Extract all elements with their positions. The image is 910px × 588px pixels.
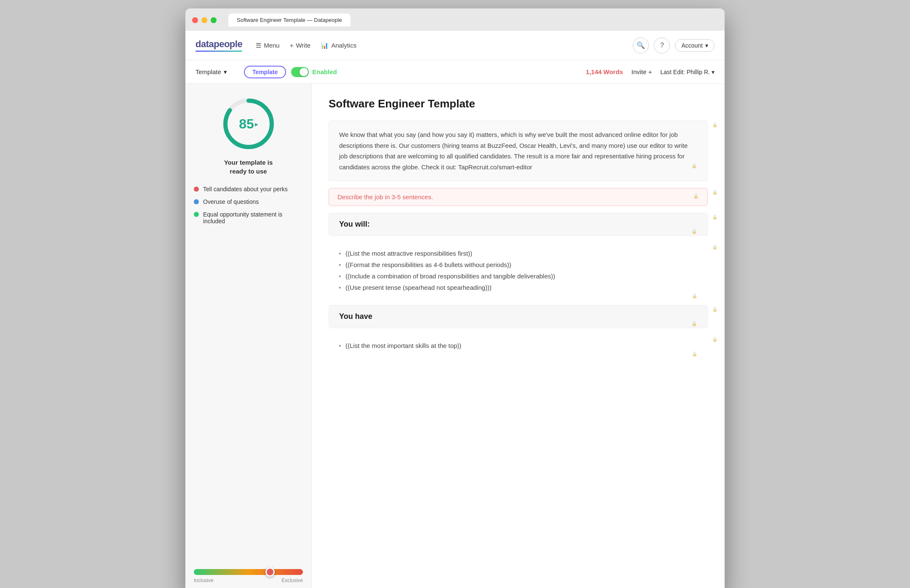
doc-title: Software Engineer Template	[329, 97, 708, 110]
logo: datapeople	[195, 39, 242, 52]
last-edit-label: Last Edit: Phillip R.	[661, 69, 710, 75]
you-have-header: You have 🔒	[329, 305, 708, 328]
checklist-text-perks: Tell candidates about your perks	[203, 186, 288, 192]
browser-chrome: Software Engineer Template — Datapeople	[185, 8, 725, 31]
app-container: datapeople ☰ Menu + Write 📊 Analytics	[185, 31, 725, 588]
ie-bar-track	[194, 569, 303, 575]
score-container: 85 ▸	[221, 96, 276, 151]
lock-icon-3: 🔒	[691, 229, 697, 234]
template-button[interactable]: Template	[244, 66, 286, 78]
help-icon: ?	[660, 42, 664, 49]
nav-write[interactable]: + Write	[290, 42, 311, 49]
content-block-placeholder: Describe the job in 3-5 sentences. 🔒	[329, 188, 708, 206]
minimize-button[interactable]	[201, 17, 207, 23]
section-header-you-will: You will: 🔒	[329, 213, 708, 236]
browser-controls: Software Engineer Template — Datapeople	[192, 13, 718, 27]
inclusive-label: Inclusive	[194, 577, 214, 583]
template-toggle-group: Template Enabled	[244, 66, 337, 78]
sub-header: Template ▾ Template Enabled 1,144 Words …	[185, 60, 725, 84]
account-label: Account	[681, 42, 703, 49]
editor-panel[interactable]: Software Engineer Template We know that …	[312, 84, 725, 588]
dot-blue	[194, 199, 199, 204]
list-item: ((Format the responsibilities as 4-6 bul…	[339, 259, 698, 270]
toggle-label: Enabled	[312, 68, 337, 75]
content-block-you-will-bullets: ((List the most attractive responsibilit…	[329, 243, 708, 298]
write-icon: +	[290, 42, 294, 49]
left-panel: 85 ▸ Your template isready to use Tell c…	[185, 84, 312, 588]
checklist-item-eeo: Equal opportunity statement is included	[194, 211, 303, 225]
write-label: Write	[296, 42, 310, 49]
ie-bar-labels: Inclusive Exclusive	[194, 577, 303, 583]
menu-label: Menu	[264, 42, 280, 49]
exclusive-label: Exclusive	[281, 577, 303, 583]
content-block-you-will-header: You will: 🔒	[329, 213, 708, 236]
chevron-down-icon: ▾	[705, 42, 708, 49]
navbar: datapeople ☰ Menu + Write 📊 Analytics	[185, 31, 725, 60]
lock-icon-5: 🔒	[691, 321, 697, 326]
ie-bar-thumb	[265, 567, 275, 577]
score-value: 85	[239, 116, 254, 132]
logo-underline	[195, 51, 242, 52]
list-item: ((Use present tense (spearhead not spear…	[339, 282, 698, 293]
score-label: Your template isready to use	[224, 158, 273, 176]
nav-analytics[interactable]: 📊 Analytics	[321, 42, 356, 49]
lock-icon-2: 🔒	[693, 193, 699, 199]
placeholder-block[interactable]: Describe the job in 3-5 sentences. 🔒	[329, 188, 708, 206]
browser-tab[interactable]: Software Engineer Template — Datapeople	[228, 13, 351, 27]
ie-bar-container: Inclusive Exclusive	[194, 569, 303, 583]
menu-icon: ☰	[256, 42, 261, 49]
dot-green	[194, 212, 199, 217]
browser-window: Software Engineer Template — Datapeople …	[185, 8, 725, 588]
you-have-list: ((List the most important skills at the …	[339, 340, 698, 351]
you-have-heading: You have	[339, 312, 697, 321]
search-icon: 🔍	[637, 41, 645, 49]
analytics-icon: 📊	[321, 42, 329, 49]
nav-menu[interactable]: ☰ Menu	[256, 42, 280, 49]
nav-items: ☰ Menu + Write 📊 Analytics	[256, 42, 619, 49]
template-menu[interactable]: Template ▾	[195, 68, 227, 76]
you-will-list: ((List the most attractive responsibilit…	[339, 248, 698, 293]
list-item: ((Include a combination of broad respons…	[339, 270, 698, 282]
checklist-text-eeo: Equal opportunity statement is included	[203, 211, 303, 225]
content-block-you-have-bullets: ((List the most important skills at the …	[329, 335, 708, 356]
word-count: 1,144 Words	[586, 68, 623, 75]
last-edit-chevron: ▾	[712, 69, 715, 75]
invite-button[interactable]: Invite +	[632, 68, 652, 75]
score-number: 85 ▸	[239, 116, 258, 132]
bullet-block-you-will: ((List the most attractive responsibilit…	[329, 243, 708, 298]
checklist-item-questions: Overuse of questions	[194, 198, 303, 205]
nav-right: 🔍 ? Account ▾	[633, 37, 715, 53]
placeholder-text: Describe the job in 3-5 sentences.	[337, 193, 433, 200]
list-item: ((List the most important skills at the …	[339, 340, 698, 351]
last-edit[interactable]: Last Edit: Phillip R. ▾	[661, 69, 715, 75]
checklist: Tell candidates about your perks Overuse…	[194, 186, 303, 225]
you-will-heading: You will:	[339, 220, 697, 229]
intro-text: We know that what you say (and how you s…	[339, 131, 688, 171]
lock-icon-4: 🔒	[692, 293, 698, 299]
template-menu-chevron: ▾	[224, 68, 227, 76]
close-button[interactable]	[192, 17, 198, 23]
main-content: 85 ▸ Your template isready to use Tell c…	[185, 84, 725, 588]
logo-text: datapeople	[195, 39, 242, 49]
score-arrow: ▸	[255, 120, 258, 127]
text-block-intro: We know that what you say (and how you s…	[329, 120, 708, 181]
template-menu-label: Template	[195, 68, 221, 75]
content-block-you-have-header: You have 🔒	[329, 305, 708, 328]
bullet-block-you-have: ((List the most important skills at the …	[329, 335, 708, 356]
toggle-track[interactable]	[291, 67, 309, 77]
checklist-item-perks: Tell candidates about your perks	[194, 186, 303, 192]
search-button[interactable]: 🔍	[633, 37, 649, 53]
account-button[interactable]: Account ▾	[675, 39, 715, 52]
lock-icon-1: 🔒	[691, 162, 697, 170]
maximize-button[interactable]	[211, 17, 217, 23]
checklist-text-questions: Overuse of questions	[203, 198, 259, 205]
enabled-toggle[interactable]: Enabled	[291, 67, 337, 77]
dot-red	[194, 187, 199, 192]
help-button[interactable]: ?	[654, 37, 670, 53]
toggle-thumb	[300, 68, 308, 76]
sub-header-right: 1,144 Words Invite + Last Edit: Phillip …	[586, 68, 715, 75]
list-item: ((List the most attractive responsibilit…	[339, 248, 698, 259]
analytics-label: Analytics	[331, 42, 356, 49]
lock-icon-6: 🔒	[692, 351, 698, 357]
content-block-intro: We know that what you say (and how you s…	[329, 120, 708, 181]
